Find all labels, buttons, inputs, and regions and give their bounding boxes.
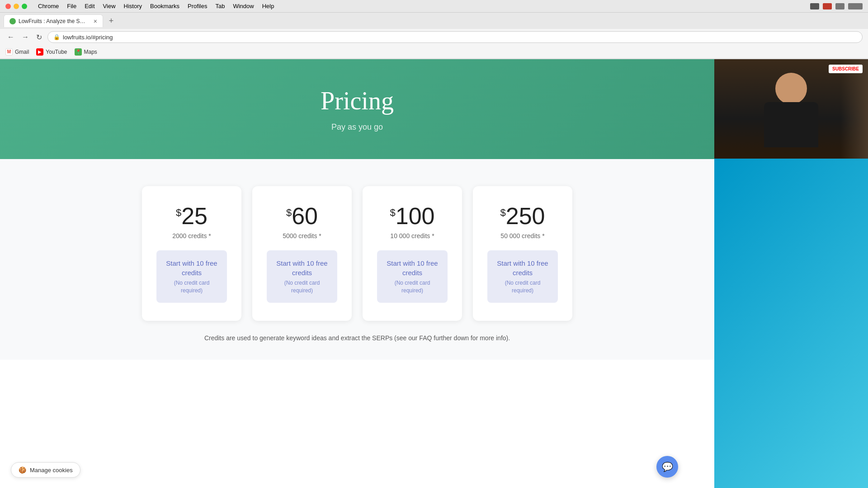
credits-4: 50 000 credits * [487, 232, 558, 239]
browser-content: Pricing Pay as you go $25 2000 credits *… [0, 59, 714, 488]
credits-1: 2000 credits * [156, 232, 227, 239]
webcam-video: SUBSCRIBE [714, 59, 868, 159]
pricing-card-25: $25 2000 credits * Start with 10 free cr… [142, 186, 241, 321]
bookmark-gmail[interactable]: M Gmail [5, 48, 29, 56]
main-wrapper: Pricing Pay as you go $25 2000 credits *… [0, 59, 868, 488]
reload-button[interactable]: ↻ [34, 31, 44, 43]
pricing-card-100: $100 10 000 credits * Start with 10 free… [363, 186, 462, 321]
menu-profiles[interactable]: Profiles [188, 3, 207, 9]
footer-note: Credits are used to generate keyword ide… [204, 334, 510, 342]
tab-favicon [9, 18, 16, 24]
menu-tab[interactable]: Tab [215, 3, 225, 9]
hero-title: Pricing [321, 86, 394, 115]
maps-icon: 📍 [75, 48, 82, 56]
person-body [764, 102, 818, 147]
bookmark-youtube[interactable]: ▶ YouTube [36, 48, 67, 56]
menu-bar: Chrome File Edit View History Bookmarks … [38, 3, 274, 9]
battery-icon [848, 3, 863, 9]
gmail-icon: M [5, 48, 13, 56]
browser-outer: Pricing Pay as you go $25 2000 credits *… [0, 59, 714, 488]
bookshelf-bg [841, 59, 868, 159]
browser-chrome: LowFruits : Analyze the SERP × + ← → ↻ 🔒… [0, 13, 868, 59]
cta-button-4[interactable]: Start with 10 free credits (No credit ca… [487, 250, 558, 303]
pricing-section: $25 2000 credits * Start with 10 free cr… [0, 159, 714, 360]
menu-help[interactable]: Help [262, 3, 274, 9]
system-icons [810, 3, 863, 9]
tab-title: LowFruits : Analyze the SERP [19, 18, 88, 24]
webcam-panel: SUBSCRIBE [714, 59, 868, 488]
url-text: lowfruits.io/#pricing [63, 34, 113, 41]
traffic-lights [5, 4, 27, 9]
subscribe-badge: SUBSCRIBE [829, 65, 863, 73]
display-icon [810, 3, 819, 9]
lock-icon: 🔒 [53, 34, 60, 40]
media-icon [835, 3, 844, 9]
menu-window[interactable]: Window [233, 3, 254, 9]
webcam-feed: SUBSCRIBE [714, 59, 868, 159]
fullscreen-button[interactable] [22, 4, 27, 9]
currency-1: $ [176, 207, 181, 218]
close-button[interactable] [5, 4, 11, 9]
bookmarks-bar: M Gmail ▶ YouTube 📍 Maps [0, 45, 868, 59]
bookmark-maps[interactable]: 📍 Maps [75, 48, 97, 56]
forward-button[interactable]: → [20, 31, 31, 43]
currency-4: $ [500, 207, 505, 218]
bookmark-youtube-label: YouTube [46, 49, 67, 55]
titlebar: Chrome File Edit View History Bookmarks … [0, 0, 868, 13]
webcam-background [714, 159, 868, 488]
hero-subtitle: Pay as you go [331, 122, 383, 132]
price-100: $100 [377, 204, 448, 228]
tab-bar: LowFruits : Analyze the SERP × + [0, 13, 868, 29]
active-tab[interactable]: LowFruits : Analyze the SERP × [4, 14, 103, 27]
menu-file[interactable]: File [67, 3, 76, 9]
cta-button-2[interactable]: Start with 10 free credits (No credit ca… [267, 250, 337, 303]
hero-section: Pricing Pay as you go [0, 59, 714, 159]
menu-chrome[interactable]: Chrome [38, 3, 59, 9]
cta-button-1[interactable]: Start with 10 free credits (No credit ca… [156, 250, 227, 303]
manage-cookies-button[interactable]: 🍪 Manage cookies [11, 462, 80, 478]
price-25: $25 [156, 204, 227, 228]
credits-3: 10 000 credits * [377, 232, 448, 239]
youtube-icon: ▶ [36, 48, 43, 56]
chat-button[interactable]: 💬 [656, 456, 678, 478]
price-250: $250 [487, 204, 558, 228]
back-button[interactable]: ← [5, 31, 16, 43]
cookie-icon: 🍪 [19, 466, 26, 474]
pricing-card-60: $60 5000 credits * Start with 10 free cr… [252, 186, 352, 321]
credits-2: 5000 credits * [267, 232, 337, 239]
pricing-cards: $25 2000 credits * Start with 10 free cr… [142, 186, 572, 321]
address-bar[interactable]: 🔒 lowfruits.io/#pricing [47, 31, 863, 43]
bookmark-gmail-label: Gmail [15, 49, 29, 55]
cta-button-3[interactable]: Start with 10 free credits (No credit ca… [377, 250, 448, 303]
currency-2: $ [286, 207, 292, 218]
currency-3: $ [390, 207, 395, 218]
minimize-button[interactable] [14, 4, 19, 9]
person-head [775, 73, 807, 104]
record-icon [823, 3, 832, 9]
price-60: $60 [267, 204, 337, 228]
tab-close-button[interactable]: × [94, 18, 97, 25]
menu-edit[interactable]: Edit [85, 3, 94, 9]
menu-history[interactable]: History [124, 3, 142, 9]
new-tab-button[interactable]: + [105, 14, 118, 27]
pricing-card-250: $250 50 000 credits * Start with 10 free… [473, 186, 572, 321]
menu-view[interactable]: View [103, 3, 116, 9]
menu-bookmarks[interactable]: Bookmarks [150, 3, 179, 9]
manage-cookies-label: Manage cookies [30, 467, 73, 474]
bookmark-maps-label: Maps [84, 49, 97, 55]
chat-icon: 💬 [662, 461, 673, 472]
address-bar-row: ← → ↻ 🔒 lowfruits.io/#pricing [0, 29, 868, 45]
